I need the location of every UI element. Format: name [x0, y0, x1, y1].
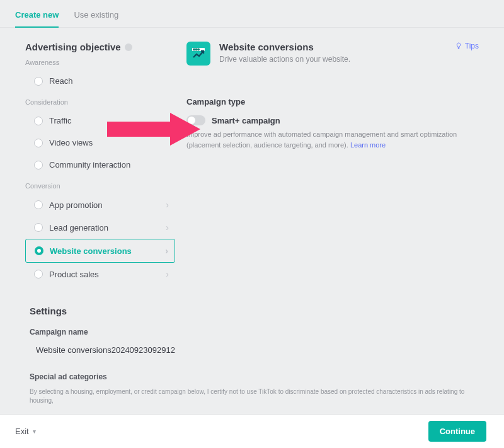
- objective-video-views[interactable]: Video views: [25, 132, 175, 154]
- tab-create-new[interactable]: Create new: [15, 10, 59, 27]
- radio-icon: [34, 200, 43, 209]
- objective-label: Community interaction: [49, 160, 130, 169]
- objective-traffic[interactable]: Traffic: [25, 110, 175, 132]
- campaign-name-input[interactable]: [30, 343, 479, 357]
- chevron-right-icon: ›: [166, 222, 169, 233]
- campaign-type-block: Campaign type Smart+ campaign Improve ad…: [186, 97, 479, 150]
- objective-sidebar: Advertising objective Awareness Reach Co…: [25, 42, 175, 285]
- campaign-name-label: Campaign name: [30, 328, 479, 336]
- radio-icon: [34, 117, 43, 125]
- category-conversion: Conversion: [25, 182, 175, 190]
- objective-label: Traffic: [49, 116, 71, 125]
- objective-label: Lead generation: [49, 223, 108, 233]
- svg-point-3: [198, 49, 199, 50]
- settings-block: Settings Campaign name Special ad catego…: [30, 306, 479, 405]
- footer-bar: Exit ▾ Continue: [0, 414, 504, 448]
- objective-reach[interactable]: Reach: [25, 70, 175, 92]
- website-conversions-icon: [186, 42, 210, 66]
- special-ad-categories-desc: By selecting a housing, employment, or c…: [30, 388, 479, 405]
- toggle-knob: [188, 117, 195, 124]
- special-ad-categories-label: Special ad categories: [30, 372, 479, 381]
- tips-label: Tips: [465, 42, 479, 50]
- campaign-type-desc: Improve ad performance with automated ca…: [186, 129, 479, 150]
- learn-more-link[interactable]: Learn more: [350, 141, 386, 149]
- exit-label: Exit: [15, 427, 29, 436]
- category-consideration: Consideration: [25, 98, 175, 106]
- chevron-right-icon: ›: [166, 200, 169, 210]
- smart-campaign-label: Smart+ campaign: [212, 116, 280, 125]
- tab-use-existing[interactable]: Use existing: [74, 10, 118, 27]
- objective-community-interaction[interactable]: Community interaction: [25, 154, 175, 176]
- objective-label: Product sales: [49, 270, 99, 279]
- radio-icon: [34, 139, 43, 147]
- objective-lead-generation[interactable]: Lead generation ›: [25, 216, 175, 239]
- sidebar-heading: Advertising objective: [25, 42, 175, 52]
- chevron-right-icon: ›: [166, 269, 169, 279]
- svg-point-2: [196, 49, 197, 50]
- objective-header: Website conversions Drive valuable actio…: [186, 42, 479, 66]
- exit-button[interactable]: Exit ▾: [15, 427, 36, 436]
- radio-icon: [35, 246, 43, 255]
- chevron-down-icon: ▾: [33, 428, 36, 435]
- radio-icon: [34, 161, 43, 169]
- sidebar-heading-text: Advertising objective: [25, 42, 121, 52]
- objective-product-sales[interactable]: Product sales ›: [25, 263, 175, 285]
- objective-label: Website conversions: [50, 246, 132, 256]
- objective-label: Video views: [49, 138, 93, 147]
- objective-app-promotion[interactable]: App promotion ›: [25, 193, 175, 216]
- smart-campaign-toggle[interactable]: [186, 115, 205, 125]
- objective-title: Website conversions: [219, 42, 350, 52]
- radio-icon: [34, 270, 43, 279]
- settings-heading: Settings: [30, 306, 479, 316]
- main-panel: Website conversions Drive valuable actio…: [186, 42, 504, 285]
- lightbulb-icon: [455, 42, 462, 50]
- radio-icon: [34, 77, 43, 86]
- objective-website-conversions[interactable]: Website conversions ›: [25, 239, 175, 263]
- tips-link[interactable]: Tips: [455, 42, 479, 50]
- help-icon[interactable]: [125, 43, 132, 51]
- campaign-type-desc-text: Improve ad performance with automated ca…: [186, 130, 457, 149]
- top-tabs: Create new Use existing: [0, 0, 504, 28]
- objective-label: Reach: [49, 76, 73, 86]
- svg-point-1: [193, 49, 195, 50]
- radio-icon: [34, 223, 43, 232]
- objective-subtitle: Drive valuable actions on your website.: [219, 55, 350, 64]
- continue-button[interactable]: Continue: [428, 421, 486, 442]
- chevron-right-icon: ›: [165, 246, 168, 256]
- campaign-type-heading: Campaign type: [186, 97, 479, 106]
- category-awareness: Awareness: [25, 59, 175, 66]
- objective-label: App promotion: [49, 200, 103, 210]
